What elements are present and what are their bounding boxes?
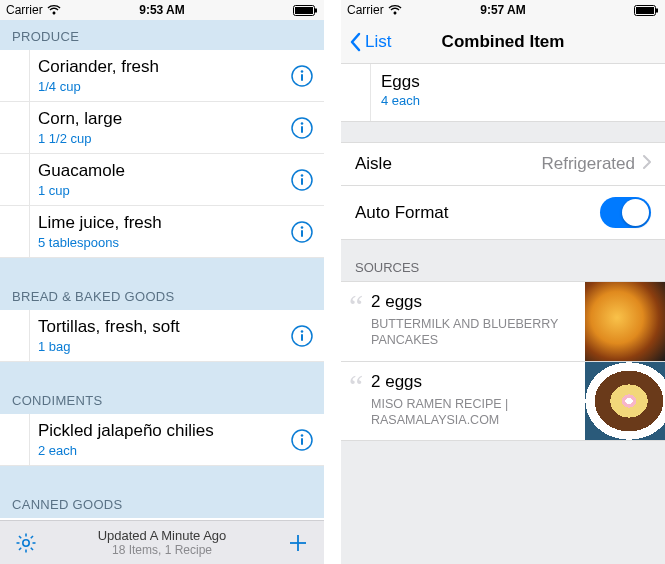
item-checkbox[interactable]	[0, 310, 30, 361]
battery-icon	[634, 5, 659, 16]
item-name: Tortillas, fresh, soft	[38, 317, 280, 337]
svg-rect-17	[301, 334, 303, 341]
svg-line-28	[19, 547, 21, 549]
svg-point-13	[301, 226, 304, 229]
list-item[interactable]: Guacamole 1 cup	[0, 154, 324, 206]
section-header-bread: BREAD & BAKED GOODS	[0, 280, 324, 310]
carrier-label: Carrier	[347, 3, 384, 17]
sources-header: SOURCES	[341, 240, 665, 281]
svg-rect-11	[301, 178, 303, 185]
list-item[interactable]: Corn, large 1 1/2 cup	[0, 102, 324, 154]
svg-rect-33	[636, 7, 654, 14]
item-name: Coriander, fresh	[38, 57, 280, 77]
info-icon[interactable]	[280, 220, 324, 244]
info-icon[interactable]	[280, 116, 324, 140]
carrier-label: Carrier	[6, 3, 43, 17]
recipe-thumbnail	[585, 362, 665, 440]
svg-line-29	[31, 536, 33, 538]
autoformat-label: Auto Format	[355, 203, 600, 223]
sync-status: Updated A Minute Ago	[98, 528, 227, 543]
item-quantity: 4 each	[381, 93, 655, 108]
section-header-condiments: CONDIMENTS	[0, 384, 324, 414]
item-checkbox[interactable]	[0, 154, 30, 205]
svg-rect-14	[301, 230, 303, 237]
svg-point-21	[23, 539, 29, 545]
svg-rect-20	[301, 438, 303, 445]
wifi-icon	[388, 5, 402, 15]
settings-icon[interactable]	[14, 531, 38, 555]
svg-line-27	[31, 547, 33, 549]
svg-point-7	[301, 122, 304, 125]
svg-point-19	[301, 434, 304, 437]
svg-rect-8	[301, 126, 303, 133]
add-item-button[interactable]	[286, 531, 310, 555]
source-quantity: 2 eggs	[371, 372, 579, 392]
list-summary: 18 Items, 1 Recipe	[98, 543, 227, 557]
back-button[interactable]: List	[349, 32, 391, 52]
source-row[interactable]: “ 2 eggs MISO RAMEN RECIPE | RASAMALAYSI…	[341, 361, 665, 441]
item-name: Lime juice, fresh	[38, 213, 280, 233]
item-detail-screen: Carrier 9:57 AM List Combined Item	[341, 0, 665, 564]
info-icon[interactable]	[280, 428, 324, 452]
svg-rect-5	[301, 74, 303, 81]
item-quantity: 1 bag	[38, 339, 280, 354]
item-name: Corn, large	[38, 109, 280, 129]
info-icon[interactable]	[280, 324, 324, 348]
item-quantity: 5 tablespoons	[38, 235, 280, 250]
aisle-row[interactable]: Aisle Refrigerated	[341, 142, 665, 186]
aisle-label: Aisle	[355, 154, 541, 174]
section-header-produce: PRODUCE	[0, 20, 324, 50]
wifi-icon	[47, 5, 61, 15]
item-checkbox[interactable]	[0, 50, 30, 101]
item-quantity: 1/4 cup	[38, 79, 280, 94]
toolbar: Updated A Minute Ago 18 Items, 1 Recipe	[0, 520, 324, 564]
source-recipe-name: MISO RAMEN RECIPE | RASAMALAYSIA.COM	[371, 396, 579, 429]
list-item[interactable]: Tortillas, fresh, soft 1 bag	[0, 310, 324, 362]
item-name: Guacamole	[38, 161, 280, 181]
item-checkbox[interactable]	[0, 102, 30, 153]
item-name: Eggs	[381, 72, 655, 92]
battery-icon	[293, 5, 318, 16]
svg-rect-34	[656, 8, 658, 12]
grocery-list[interactable]: PRODUCE Coriander, fresh 1/4 cup Corn, l…	[0, 20, 324, 520]
item-quantity: 1 cup	[38, 183, 280, 198]
combined-item-row[interactable]: Eggs 4 each	[341, 64, 665, 122]
quote-icon: “	[341, 362, 371, 440]
item-checkbox[interactable]	[0, 414, 30, 465]
list-item[interactable]: Pickled jalapeño chilies 2 each	[0, 414, 324, 466]
item-quantity: 1 1/2 cup	[38, 131, 280, 146]
list-item[interactable]: Lime juice, fresh 5 tablespoons	[0, 206, 324, 258]
status-bar: Carrier 9:53 AM	[0, 0, 324, 20]
section-header-canned: CANNED GOODS	[0, 488, 324, 518]
chevron-right-icon	[643, 154, 651, 174]
info-icon[interactable]	[280, 64, 324, 88]
back-label: List	[365, 32, 391, 52]
svg-line-26	[19, 536, 21, 538]
svg-point-4	[301, 70, 304, 73]
clock: 9:53 AM	[139, 3, 185, 17]
autoformat-row: Auto Format	[341, 186, 665, 240]
nav-bar: List Combined Item	[341, 20, 665, 64]
svg-point-16	[301, 330, 304, 333]
svg-point-10	[301, 174, 304, 177]
svg-rect-1	[295, 7, 313, 14]
info-icon[interactable]	[280, 168, 324, 192]
item-quantity: 2 each	[38, 443, 280, 458]
source-row[interactable]: “ 2 eggs BUTTERMILK AND BLUEBERRY PANCAK…	[341, 281, 665, 361]
item-checkbox[interactable]	[0, 206, 30, 257]
page-title: Combined Item	[442, 32, 565, 52]
quote-icon: “	[341, 282, 371, 361]
source-quantity: 2 eggs	[371, 292, 579, 312]
grocery-list-screen: Carrier 9:53 AM PRODUCE Coriander, fresh…	[0, 0, 324, 564]
list-item[interactable]: Coriander, fresh 1/4 cup	[0, 50, 324, 102]
recipe-thumbnail	[585, 282, 665, 361]
item-name: Pickled jalapeño chilies	[38, 421, 280, 441]
clock: 9:57 AM	[480, 3, 526, 17]
status-bar: Carrier 9:57 AM	[341, 0, 665, 20]
source-recipe-name: BUTTERMILK AND BLUEBERRY PANCAKES	[371, 316, 579, 349]
item-checkbox[interactable]	[341, 64, 371, 121]
aisle-value: Refrigerated	[541, 154, 635, 174]
svg-rect-2	[315, 8, 317, 12]
autoformat-toggle[interactable]	[600, 197, 651, 228]
